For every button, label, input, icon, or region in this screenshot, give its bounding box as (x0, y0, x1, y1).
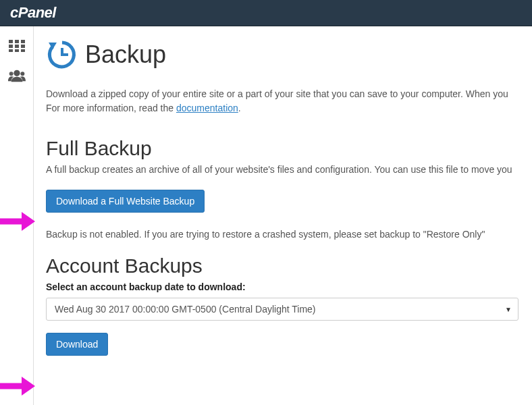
svg-rect-4 (15, 45, 19, 48)
svg-rect-8 (21, 49, 25, 52)
svg-point-11 (20, 72, 24, 76)
backup-date-label: Select an account backup date to downloa… (46, 281, 518, 292)
svg-rect-2 (21, 40, 25, 43)
documentation-link[interactable]: documentation (176, 103, 238, 113)
svg-rect-6 (9, 49, 13, 52)
svg-rect-3 (9, 45, 13, 48)
page-title: Backup (85, 40, 166, 69)
container: Backup Download a zipped copy of your en… (0, 26, 532, 405)
backup-date-select[interactable]: Wed Aug 30 2017 00:00:00 GMT-0500 (Centr… (46, 298, 518, 321)
svg-point-9 (14, 70, 20, 76)
svg-point-10 (9, 72, 13, 76)
svg-rect-7 (15, 49, 19, 52)
backup-date-select-wrap: Wed Aug 30 2017 00:00:00 GMT-0500 (Centr… (46, 298, 518, 321)
full-backup-description: A full backup creates an archive of all … (46, 164, 518, 175)
intro-line2-prefix: For more information, read the (46, 103, 176, 113)
intro-line2-suffix: . (238, 103, 241, 113)
grid-icon[interactable] (8, 38, 26, 53)
intro-text: Download a zipped copy of your entire si… (46, 87, 518, 115)
backup-icon (46, 38, 78, 71)
download-full-backup-button[interactable]: Download a Full Website Backup (46, 190, 205, 213)
svg-rect-14 (61, 53, 68, 56)
main-content: Backup Download a zipped copy of your en… (34, 26, 532, 405)
intro-line1: Download a zipped copy of your entire si… (46, 88, 508, 99)
svg-rect-5 (21, 45, 25, 48)
backup-warning-text: Backup is not enabled. If you are trying… (46, 229, 518, 240)
top-bar: cPanel (0, 0, 532, 26)
users-icon[interactable] (8, 68, 26, 83)
cpanel-logo: cPanel (10, 4, 56, 22)
full-backup-heading: Full Backup (46, 137, 518, 160)
sidebar (0, 26, 34, 405)
download-button[interactable]: Download (46, 333, 108, 356)
account-backups-heading: Account Backups (46, 254, 518, 277)
svg-rect-0 (9, 40, 13, 43)
svg-rect-1 (15, 40, 19, 43)
page-header: Backup (46, 38, 518, 71)
